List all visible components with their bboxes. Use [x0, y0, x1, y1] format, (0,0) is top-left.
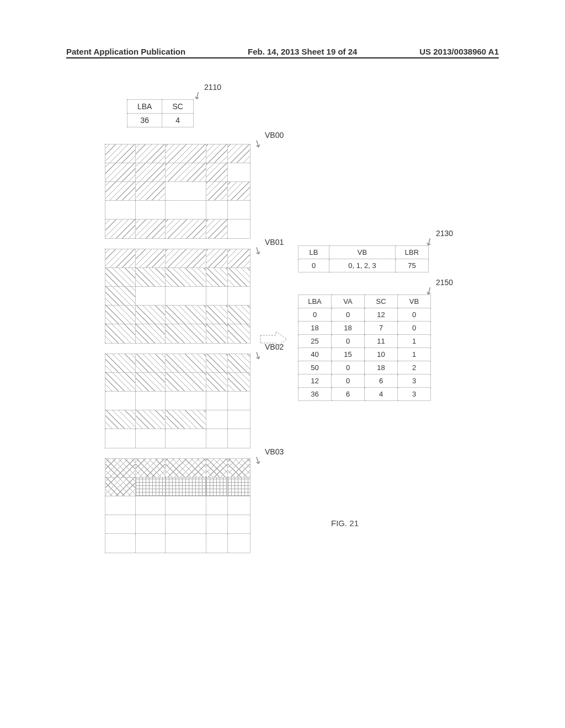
vblock-cell — [206, 515, 228, 533]
vblock-cell — [166, 410, 206, 429]
hdr-right: US 2013/0038960 A1 — [419, 47, 499, 56]
label-vb01: VB01 — [265, 238, 284, 247]
t2150-cell: 3 — [398, 374, 431, 388]
vblock-cell — [166, 144, 206, 163]
vblock-cell — [166, 496, 206, 515]
vblock-cell — [206, 392, 228, 410]
vblock-cell — [206, 287, 228, 305]
vblock-cell — [206, 534, 228, 553]
vblock-cell — [228, 201, 250, 219]
vblock-cell — [105, 392, 136, 410]
t2150-cell: 0 — [299, 308, 332, 322]
t2150-cell: 1 — [398, 335, 431, 348]
t2130-cell: 0 — [299, 259, 329, 272]
t2150-cell: 6 — [365, 374, 398, 388]
vblock-vb00 — [105, 144, 250, 239]
t2130-cell: 0, 1, 2, 3 — [329, 259, 396, 272]
big-arrow-icon — [259, 330, 289, 349]
t2150-cell: 11 — [365, 335, 398, 348]
t2150-cell: 36 — [299, 388, 332, 401]
vblock-cell — [166, 324, 206, 343]
vblock-cell — [105, 182, 136, 200]
vblock-cell — [228, 182, 250, 200]
vblock-cell — [105, 478, 136, 496]
vblock-cell — [136, 515, 166, 533]
vblock-cell — [136, 249, 166, 267]
vblock-cell — [105, 306, 136, 324]
vblock-cell — [166, 373, 206, 391]
vblock-cell — [105, 324, 136, 343]
vblock-cell — [166, 429, 206, 448]
vblock-cell — [166, 354, 206, 372]
vblock-cell — [136, 220, 166, 238]
vblock-cell — [105, 373, 136, 391]
t2150-cell: 0 — [332, 361, 365, 374]
vblock-cell — [136, 496, 166, 515]
t2150-header: SC — [365, 295, 398, 308]
t2150-cell: 2 — [398, 361, 431, 374]
t2150-cell: 6 — [332, 388, 365, 401]
vblock-cell — [136, 163, 166, 181]
vblock-cell — [105, 163, 136, 181]
label-vb00: VB00 — [265, 131, 284, 140]
vblock-vb02 — [105, 354, 250, 448]
vblock-cell — [136, 459, 166, 477]
t2130-header: LBR — [396, 246, 429, 259]
vblock-cell — [228, 392, 250, 410]
leader-arrow-icon: ↙ — [252, 453, 265, 467]
t2130-header: LB — [299, 246, 329, 259]
vblock-cell — [136, 392, 166, 410]
vblock-cell — [136, 478, 166, 496]
vblock-cell — [166, 201, 206, 219]
vblock-cell — [166, 306, 206, 324]
vblock-cell — [105, 515, 136, 533]
vblock-cell — [166, 534, 206, 553]
t2110-v-sc: 4 — [162, 114, 193, 127]
vblock-cell — [105, 429, 136, 448]
hdr-mid: Feb. 14, 2013 Sheet 19 of 24 — [248, 47, 357, 56]
vblock-cell — [105, 201, 136, 219]
vblock-cell — [105, 249, 136, 267]
label-vb03: VB03 — [265, 447, 284, 456]
t2150-cell: 18 — [299, 322, 332, 335]
vblock-cell — [105, 144, 136, 163]
t2150-header: VB — [398, 295, 431, 308]
t2150-cell: 25 — [299, 335, 332, 348]
vblock-cell — [206, 163, 228, 181]
vblock-cell — [228, 534, 250, 553]
vblock-cell — [166, 249, 206, 267]
t2150-header: VA — [332, 295, 365, 308]
page-header: Patent Application Publication Feb. 14, … — [66, 47, 499, 58]
t2110-h-lba: LBA — [127, 100, 162, 114]
t2150-cell: 15 — [332, 348, 365, 361]
t2150-cell: 0 — [332, 308, 365, 322]
vblock-cell — [228, 268, 250, 286]
t2150-cell: 10 — [365, 348, 398, 361]
vblock-cell — [206, 201, 228, 219]
vblock-cell — [228, 373, 250, 391]
vblock-cell — [105, 496, 136, 515]
vblock-cell — [105, 268, 136, 286]
vblock-cell — [166, 392, 206, 410]
vblock-cell — [166, 459, 206, 477]
t2150-cell: 12 — [365, 308, 398, 322]
vblock-cell — [228, 220, 250, 238]
t2150-cell: 12 — [299, 374, 332, 388]
vblock-cell — [166, 220, 206, 238]
vblock-cell — [136, 534, 166, 553]
vblock-cell — [228, 144, 250, 163]
vblock-cell — [105, 354, 136, 372]
vblock-cell — [136, 144, 166, 163]
table-2130: LBVBLBR00, 1, 2, 375 — [298, 245, 429, 272]
vblock-cell — [228, 306, 250, 324]
vblock-cell — [228, 459, 250, 477]
vblock-cell — [206, 306, 228, 324]
leader-arrow-icon: ↙ — [252, 243, 265, 258]
t2150-cell: 18 — [365, 361, 398, 374]
vblock-cell — [206, 459, 228, 477]
vblock-cell — [228, 429, 250, 448]
leader-arrow-icon: ↙ — [252, 136, 265, 151]
vblock-cell — [228, 287, 250, 305]
vblock-cell — [136, 373, 166, 391]
vblock-cell — [136, 182, 166, 200]
